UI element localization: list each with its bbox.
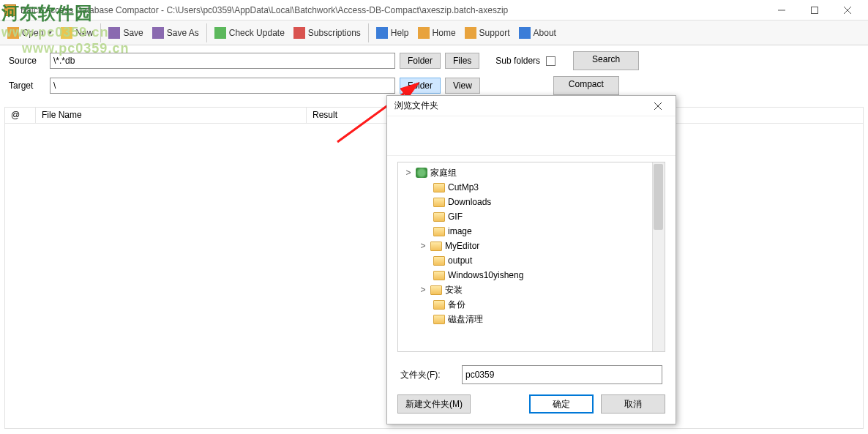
save-button[interactable]: Save (104, 23, 147, 43)
tree-node[interactable]: >MyEditor (398, 239, 665, 253)
update-icon (214, 27, 226, 39)
support-icon (465, 27, 476, 39)
tree-node[interactable]: 磁盘清理 (398, 312, 665, 326)
open-icon (7, 27, 19, 39)
sub-folders-checkbox[interactable] (546, 56, 555, 66)
chevron-icon: > (404, 168, 413, 177)
browse-folder-dialog: 浏览文件夹 >家庭组CutMp3DownloadsGIFimage>MyEdit… (386, 95, 676, 424)
search-button[interactable]: Search (573, 51, 639, 70)
tree-node[interactable]: image (398, 224, 665, 239)
tree-node-label: MyEditor (445, 241, 479, 251)
tree-node[interactable]: output (398, 253, 665, 268)
help-icon (376, 27, 388, 39)
check-update-button[interactable]: Check Update (210, 23, 289, 43)
tree-node-label: GIF (448, 212, 463, 222)
support-button[interactable]: Support (460, 23, 515, 43)
col-at[interactable]: @ (5, 108, 36, 123)
toolbar: Open New Save Save As Check Update Subsc… (0, 20, 868, 45)
subscriptions-icon (293, 27, 305, 39)
folder-icon (433, 227, 445, 236)
chevron-icon: > (419, 242, 427, 250)
chevron-down-icon (48, 31, 52, 34)
folder-icon (433, 315, 445, 324)
tree-node-label: 家庭组 (430, 167, 457, 179)
target-input[interactable] (50, 78, 395, 94)
ok-button[interactable]: 确定 (529, 394, 594, 414)
about-button[interactable]: About (515, 23, 561, 43)
folder-icon (433, 271, 445, 280)
chevron-icon: > (419, 285, 427, 294)
folder-field-input[interactable] (462, 365, 662, 384)
folder-tree[interactable]: >家庭组CutMp3DownloadsGIFimage>MyEditoroutp… (397, 162, 665, 352)
source-folder-button[interactable]: Folder (400, 53, 441, 69)
cancel-button[interactable]: 取消 (601, 394, 665, 414)
folder-icon (433, 198, 445, 207)
group-icon (416, 168, 427, 178)
tree-node[interactable]: CutMp3 (398, 180, 665, 195)
save-as-button[interactable]: Save As (148, 23, 203, 43)
folder-icon (433, 256, 445, 266)
maximize-button[interactable] (798, 0, 831, 20)
tree-node[interactable]: 备份 (398, 297, 665, 312)
tree-node-label: Downloads (448, 197, 491, 207)
target-label: Target (9, 81, 45, 91)
minimize-button[interactable] (765, 0, 798, 20)
open-button[interactable]: Open (3, 23, 56, 43)
target-folder-button[interactable]: Folder (400, 78, 441, 94)
save-icon (108, 27, 120, 39)
tree-scrollbar[interactable] (652, 162, 665, 351)
tree-node-label: image (448, 226, 472, 236)
dialog-title: 浏览文件夹 (394, 100, 648, 112)
tree-node-label: CutMp3 (448, 182, 479, 192)
folder-icon (433, 183, 445, 192)
tree-node[interactable]: Windows10yisheng (398, 268, 665, 283)
about-icon (519, 27, 531, 39)
target-view-button[interactable]: View (445, 78, 480, 94)
tree-node-label: Windows10yisheng (448, 270, 523, 280)
tree-node[interactable]: Downloads (398, 195, 665, 209)
app-icon (4, 4, 16, 16)
tree-node[interactable]: GIF (398, 209, 665, 224)
save-as-icon (152, 27, 164, 39)
tree-node[interactable]: >安装 (398, 283, 665, 297)
tree-node-label: 磁盘清理 (448, 313, 483, 326)
folder-field-label: 文件夹(F): (400, 369, 453, 381)
folder-icon (433, 300, 445, 310)
tree-node-label: 备份 (448, 299, 465, 311)
new-icon (61, 27, 72, 39)
titlebar: Batch Access Database Compactor - C:\Use… (0, 0, 868, 20)
home-button[interactable]: Home (414, 23, 460, 43)
source-label: Source (9, 56, 45, 66)
tree-node-label: output (448, 255, 472, 266)
new-folder-button[interactable]: 新建文件夹(M) (397, 394, 471, 414)
close-button[interactable] (831, 0, 864, 20)
compact-button[interactable]: Compact (553, 76, 619, 95)
subscriptions-button[interactable]: Subscriptions (289, 23, 365, 43)
tree-node[interactable]: >家庭组 (398, 165, 665, 180)
sub-folders-label: Sub folders (495, 56, 540, 66)
svg-rect-1 (811, 7, 818, 13)
col-file-name[interactable]: File Name (36, 108, 307, 123)
folder-icon (430, 285, 442, 295)
source-input[interactable] (50, 53, 395, 69)
new-button[interactable]: New (56, 23, 97, 43)
tree-node-label: 安装 (445, 284, 463, 296)
folder-icon (433, 212, 445, 222)
dialog-info (387, 116, 676, 156)
home-icon (418, 27, 430, 39)
window-title: Batch Access Database Compactor - C:\Use… (20, 5, 765, 15)
source-files-button[interactable]: Files (445, 53, 479, 69)
folder-icon (430, 242, 442, 251)
help-button[interactable]: Help (372, 23, 414, 43)
dialog-close-button[interactable] (648, 96, 668, 116)
